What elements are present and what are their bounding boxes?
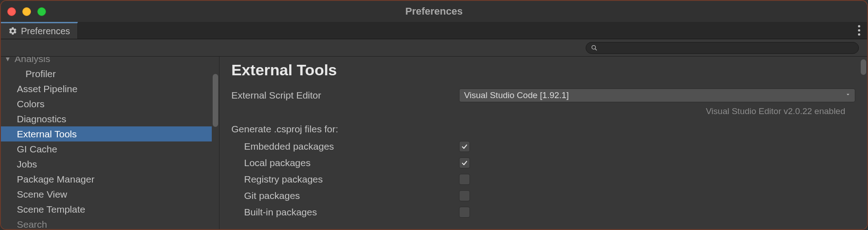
tab-strip: Preferences: [1, 22, 867, 39]
sidebar-item-label: Scene View: [17, 189, 67, 200]
tab-preferences[interactable]: Preferences: [1, 22, 78, 39]
sidebar-item-diagnostics[interactable]: Diagnostics: [1, 111, 219, 126]
sidebar-item-jobs[interactable]: Jobs: [1, 157, 219, 172]
sidebar-scrollbar[interactable]: [212, 57, 219, 229]
csproj-option-label: Local packages: [231, 157, 459, 168]
minimize-window-button[interactable]: [22, 7, 31, 16]
csproj-option-checkbox[interactable]: [459, 174, 470, 185]
csproj-option-label: Built-in packages: [231, 207, 459, 218]
sidebar: ▼AnalysisProfilerAsset PipelineColorsDia…: [1, 57, 220, 229]
sidebar-item-analysis[interactable]: ▼Analysis: [1, 57, 219, 66]
csproj-option-row: Local packages: [231, 155, 855, 171]
csproj-option-row: Registry packages: [231, 171, 855, 188]
tab-menu-button[interactable]: [851, 22, 867, 39]
sidebar-item-label: Jobs: [17, 159, 37, 170]
tab-label: Preferences: [21, 26, 70, 37]
csproj-option-checkbox[interactable]: [459, 141, 470, 152]
sidebar-item-profiler[interactable]: Profiler: [1, 66, 219, 81]
sidebar-item-label: Diagnostics: [17, 114, 66, 125]
svg-point-0: [592, 45, 596, 49]
sidebar-item-search[interactable]: Search: [1, 217, 219, 229]
panel-title: External Tools: [231, 61, 855, 79]
csproj-option-row: Embedded packages: [231, 138, 855, 155]
chevron-down-icon: [845, 91, 851, 99]
csproj-section-label: Generate .csproj files for:: [231, 124, 855, 135]
external-script-editor-label: External Script Editor: [231, 90, 459, 101]
external-script-editor-dropdown[interactable]: Visual Studio Code [1.92.1]: [459, 89, 855, 102]
content-scrollbar-thumb[interactable]: [861, 59, 866, 75]
disclosure-triangle-icon[interactable]: ▼: [1, 57, 15, 63]
kebab-icon: [858, 25, 860, 36]
csproj-option-row: Built-in packages: [231, 204, 855, 220]
sidebar-item-colors[interactable]: Colors: [1, 96, 219, 111]
search-input[interactable]: [601, 44, 854, 52]
csproj-option-checkbox[interactable]: [459, 190, 470, 201]
editor-status-text: Visual Studio Editor v2.0.22 enabled: [231, 106, 855, 116]
sidebar-item-scene-view[interactable]: Scene View: [1, 187, 219, 202]
csproj-option-label: Embedded packages: [231, 141, 459, 152]
search-box[interactable]: [586, 42, 859, 54]
sidebar-scrollbar-thumb[interactable]: [213, 74, 218, 127]
search-icon: [591, 44, 598, 52]
sidebar-item-label: Scene Template: [17, 204, 85, 215]
toolbar: [1, 39, 867, 57]
sidebar-item-external-tools[interactable]: External Tools: [1, 126, 219, 141]
csproj-option-label: Git packages: [231, 190, 459, 201]
csproj-option-checkbox[interactable]: [459, 207, 470, 218]
sidebar-item-label: Asset Pipeline: [17, 84, 77, 94]
content-scrollbar[interactable]: [860, 57, 867, 229]
csproj-option-row: Git packages: [231, 188, 855, 204]
sidebar-item-label: Profiler: [26, 68, 56, 79]
sidebar-item-label: Search: [17, 219, 47, 230]
sidebar-item-label: Colors: [17, 99, 45, 110]
maximize-window-button[interactable]: [37, 7, 46, 16]
sidebar-item-gi-cache[interactable]: GI Cache: [1, 141, 219, 157]
csproj-option-label: Registry packages: [231, 174, 459, 185]
sidebar-item-label: External Tools: [17, 129, 77, 140]
gear-icon: [8, 26, 17, 36]
sidebar-item-label: Package Manager: [17, 174, 94, 185]
sidebar-item-asset-pipeline[interactable]: Asset Pipeline: [1, 81, 219, 96]
sidebar-item-label: GI Cache: [17, 144, 57, 155]
external-script-editor-row: External Script Editor Visual Studio Cod…: [231, 87, 855, 104]
content-panel: External Tools External Script Editor Vi…: [220, 57, 867, 229]
close-window-button[interactable]: [7, 7, 16, 16]
csproj-option-checkbox[interactable]: [459, 157, 470, 168]
svg-line-1: [595, 48, 597, 50]
window-controls: [7, 7, 46, 16]
window-title: Preferences: [405, 5, 463, 17]
sidebar-item-label: Analysis: [15, 57, 50, 64]
sidebar-item-scene-template[interactable]: Scene Template: [1, 202, 219, 217]
dropdown-value: Visual Studio Code [1.92.1]: [464, 90, 569, 100]
window-titlebar: Preferences: [1, 1, 867, 22]
sidebar-item-package-manager[interactable]: Package Manager: [1, 172, 219, 187]
main-area: ▼AnalysisProfilerAsset PipelineColorsDia…: [1, 57, 867, 229]
